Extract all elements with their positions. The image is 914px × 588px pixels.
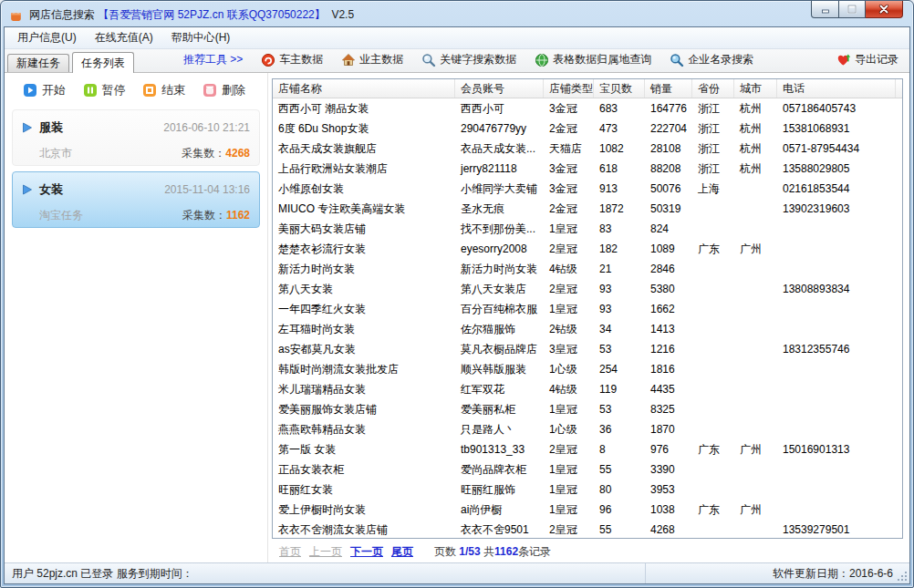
cell-account: 新活力时尚女装 — [455, 259, 544, 279]
cell-city — [734, 459, 777, 480]
table-row[interactable]: 第一版 女装 tb901313_33 2皇冠 8 976 广东 广州 15016… — [273, 439, 902, 459]
table-row[interactable]: 衣品天成女装旗舰店 衣品天成女装... 天猫店 1082 28108 浙江 杭州… — [273, 139, 902, 159]
page-number: 1/53 — [459, 545, 480, 558]
toolbar-label: 导出记录 — [855, 52, 898, 67]
table-row[interactable]: 小维原创女装 小维同学大卖铺 3金冠 913 50076 上海 02161853… — [273, 179, 902, 199]
pause-button[interactable]: 暂停 — [83, 82, 126, 98]
col-phone[interactable]: 电话 — [777, 79, 896, 98]
resize-grip[interactable] — [898, 573, 907, 581]
toolbar-keyword-search-data[interactable]: 关键字搜索数据 — [421, 52, 516, 67]
start-button[interactable]: 开始 — [23, 82, 66, 98]
table-row[interactable]: 爱上伊橱时尚女装 ai尚伊橱 1皇冠 96 1038 广东 广州 — [273, 500, 902, 520]
col-account[interactable]: 会员账号 — [455, 79, 544, 98]
table-row[interactable]: 米儿瑞瑞精品女装 红军双花 4钻级 119 4435 — [273, 379, 902, 399]
title-bar[interactable]: 网店信息搜索 【吾爱营销官网 52PJZ.cn 联系QQ37050222】 V2… — [1, 1, 913, 26]
table-row[interactable]: 衣衣不舍潮流女装店铺 衣衣不舍9501 2皇冠 55 4268 13539279… — [273, 520, 902, 539]
table-row[interactable]: as安都莫凡女装 莫凡衣橱品牌店 3皇冠 53 1216 18312355746 — [273, 339, 902, 359]
table-row[interactable]: 美丽大码女装店铺 找不到那份美... 1皇冠 83 824 — [273, 219, 902, 239]
menu-online-recharge[interactable]: 在线充值(A) — [86, 26, 162, 49]
cell-phone: 13539279501 — [777, 520, 896, 539]
cell-city — [734, 359, 777, 379]
toolbar-company-directory-search[interactable]: 企业名录搜索 — [670, 52, 753, 67]
toolbar-owner-data[interactable]: 业主数据 — [341, 52, 403, 67]
cell-shop-name: 衣品天成女装旗舰店 — [273, 139, 455, 159]
toolbar-label: 车主数据 — [279, 52, 323, 67]
maximize-button[interactable] — [839, 1, 866, 18]
table-row[interactable]: 旺丽红女装 旺丽红服饰 1皇冠 80 3953 — [273, 480, 902, 500]
table-row[interactable]: 左耳猫时尚女装 佐尔猫服饰 2钻级 34 1413 — [273, 319, 902, 339]
table-row[interactable]: 一年四季红火女装 百分百纯棉衣服 1皇冠 93 1662 — [273, 299, 902, 319]
toolbar-car-data[interactable]: 车主数据 — [261, 52, 323, 67]
col-shop-type[interactable]: 店铺类型 — [544, 79, 594, 98]
delete-button[interactable]: 删除 — [203, 82, 245, 98]
cell-city — [734, 399, 777, 419]
cell-item-count: 36 — [594, 419, 645, 439]
cell-item-count: 1872 — [594, 199, 645, 219]
cell-city — [734, 520, 777, 539]
col-filler — [896, 79, 902, 98]
recommended-tools-link[interactable]: 推荐工具 >> — [183, 52, 243, 67]
toolbar-table-geo-lookup[interactable]: 表格数据归属地查询 — [535, 52, 651, 67]
cell-sales: 4435 — [645, 379, 692, 399]
cell-item-count: 80 — [594, 480, 645, 500]
task-card-nvzhuang[interactable]: 女装 2015-11-04 13:16 淘宝任务 采集数：1162 — [12, 171, 260, 228]
table-row[interactable]: 上品行欧洲站女装潮店 jerry821118 3金冠 618 88208 浙江 … — [273, 159, 902, 179]
table-row[interactable]: 西西小可 潮品女装 西西小可 3金冠 683 164776 浙江 杭州 0571… — [273, 98, 902, 119]
cell-item-count: 182 — [594, 239, 645, 259]
cell-shop-type: 1皇冠 — [544, 219, 594, 239]
cell-item-count: 618 — [594, 159, 645, 179]
cell-province — [692, 379, 734, 399]
control-label: 开始 — [42, 82, 66, 98]
last-page-link[interactable]: 尾页 — [391, 544, 413, 560]
cell-phone — [777, 239, 896, 259]
tab-new-task[interactable]: 新建任务 — [7, 54, 69, 72]
cell-item-count: 53 — [594, 339, 645, 359]
close-button[interactable] — [866, 1, 903, 18]
menu-help-center[interactable]: 帮助中心(H) — [162, 26, 240, 49]
cell-province — [692, 219, 734, 239]
results-grid: 店铺名称 会员账号 店铺类型 宝贝数 销量 省份 城市 电话 西西小可 潮品女装 — [272, 78, 903, 539]
first-page-link[interactable]: 首页 — [279, 544, 301, 560]
cell-sales: 824 — [645, 219, 692, 239]
status-update-date: 软件更新日期：2016-6-6 — [646, 563, 909, 583]
control-label: 删除 — [222, 82, 245, 98]
cell-shop-name: 正品女装衣柜 — [273, 459, 455, 480]
col-city[interactable]: 城市 — [734, 79, 777, 98]
minimize-icon — [819, 3, 832, 15]
cell-item-count: 473 — [594, 119, 645, 139]
cell-item-count: 55 — [594, 520, 645, 539]
cell-item-count: 913 — [594, 179, 645, 199]
task-card-fuzhuang[interactable]: 服装 2016-06-10 21:21 北京市 采集数：4268 — [12, 109, 260, 166]
play-icon — [23, 83, 37, 98]
prev-page-link[interactable]: 上一页 — [309, 544, 342, 560]
table-row[interactable]: 新活力时尚女装 新活力时尚女装 4钻级 21 2846 — [273, 259, 902, 279]
cell-account: 爱美丽私柜 — [455, 399, 544, 419]
stop-button[interactable]: 结束 — [142, 82, 185, 98]
minimize-button[interactable] — [811, 1, 839, 18]
cell-sales: 4268 — [645, 520, 692, 539]
col-sales[interactable]: 销量 — [645, 79, 692, 98]
table-row[interactable]: 爱美丽服饰女装店铺 爱美丽私柜 1皇冠 53 8325 — [273, 399, 902, 419]
table-row[interactable]: MIUCO 专注欧美高端女装 圣水无痕 2金冠 1872 50319 13902… — [273, 199, 902, 219]
cell-sales: 164776 — [645, 98, 692, 119]
control-label: 结束 — [161, 82, 185, 98]
col-shop-name[interactable]: 店铺名称 — [273, 79, 455, 98]
cell-account: 第八天女装店 — [455, 279, 544, 299]
menu-user-info[interactable]: 用户信息(U) — [8, 26, 86, 49]
table-row[interactable]: 楚楚衣衫流行女装 eyesorry2008 2皇冠 182 1089 广东 广州 — [273, 239, 902, 259]
table-row[interactable]: 第八天女装 第八天女装店 2皇冠 93 5380 13808893834 — [273, 279, 902, 299]
table-row[interactable]: 韩版时尚潮流女装批发店 顺兴韩版服装 1心级 254 1816 — [273, 359, 902, 379]
col-item-count[interactable]: 宝贝数 — [594, 79, 645, 98]
task-count: 采集数：4268 — [182, 146, 250, 161]
next-page-link[interactable]: 下一页 — [350, 544, 383, 560]
cell-city — [734, 219, 777, 239]
export-records-button[interactable]: 导出记录 — [836, 52, 898, 67]
table-row[interactable]: 燕燕欧韩精品女装 只是路人丶 1心级 36 1870 — [273, 419, 902, 439]
cell-shop-name: 美丽大码女装店铺 — [273, 219, 455, 239]
table-row[interactable]: 6度 6Du Shop女装 290476779yy 2金冠 473 222704… — [273, 119, 902, 139]
stop-icon — [142, 83, 157, 98]
col-province[interactable]: 省份 — [692, 79, 734, 98]
app-icon — [8, 7, 24, 23]
table-row[interactable]: 正品女装衣柜 爱尚品牌衣柜 1皇冠 55 3390 — [273, 459, 902, 480]
tab-task-list[interactable]: 任务列表 — [72, 52, 134, 73]
